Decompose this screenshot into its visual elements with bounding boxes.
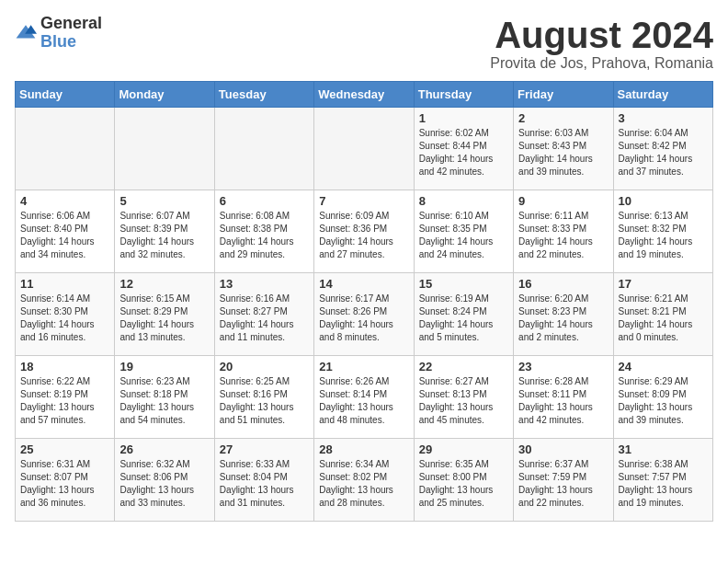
calendar-cell: 29Sunrise: 6:35 AM Sunset: 8:00 PM Dayli… [414,439,513,522]
calendar-cell: 10Sunrise: 6:13 AM Sunset: 8:32 PM Dayli… [613,190,712,273]
calendar-cell: 3Sunrise: 6:04 AM Sunset: 8:42 PM Daylig… [613,108,712,190]
day-number: 20 [220,360,309,373]
cell-text: Sunrise: 6:34 AM Sunset: 8:02 PM Dayligh… [319,458,408,510]
day-number: 2 [518,111,608,125]
calendar-cell: 26Sunrise: 6:32 AM Sunset: 8:06 PM Dayli… [115,439,214,522]
cell-text: Sunrise: 6:32 AM Sunset: 8:06 PM Dayligh… [119,458,209,510]
logo: General Blue [15,15,102,52]
calendar-cell: 30Sunrise: 6:37 AM Sunset: 7:59 PM Dayli… [514,439,613,522]
cell-text: Sunrise: 6:14 AM Sunset: 8:30 PM Dayligh… [20,293,109,344]
calendar-week-1: 1Sunrise: 6:02 AM Sunset: 8:44 PM Daylig… [16,108,713,190]
cell-text: Sunrise: 6:13 AM Sunset: 8:32 PM Dayligh… [619,210,708,261]
logo-general: General [40,15,102,33]
day-number: 30 [518,442,608,456]
logo-blue: Blue [40,33,102,52]
cell-text: Sunrise: 6:11 AM Sunset: 8:33 PM Dayligh… [518,210,608,261]
day-number: 18 [20,360,109,373]
calendar-cell: 4Sunrise: 6:06 AM Sunset: 8:40 PM Daylig… [16,190,115,273]
cell-text: Sunrise: 6:38 AM Sunset: 7:57 PM Dayligh… [619,458,708,510]
day-number: 12 [119,277,209,291]
calendar-dow-wednesday: Wednesday [314,82,414,108]
day-number: 6 [220,194,309,208]
location: Provita de Jos, Prahova, Romania [490,55,713,72]
day-number: 29 [419,442,508,456]
calendar-cell: 25Sunrise: 6:31 AM Sunset: 8:07 PM Dayli… [16,439,115,522]
day-number: 17 [619,277,708,291]
calendar-cell: 8Sunrise: 6:10 AM Sunset: 8:35 PM Daylig… [414,190,513,273]
calendar-cell: 2Sunrise: 6:03 AM Sunset: 8:43 PM Daylig… [514,108,613,190]
cell-text: Sunrise: 6:27 AM Sunset: 8:13 PM Dayligh… [419,375,508,427]
cell-text: Sunrise: 6:04 AM Sunset: 8:42 PM Dayligh… [619,127,708,178]
day-number: 24 [619,360,708,373]
calendar-dow-thursday: Thursday [414,82,513,108]
calendar-cell: 15Sunrise: 6:19 AM Sunset: 8:24 PM Dayli… [414,273,513,356]
calendar-cell: 27Sunrise: 6:33 AM Sunset: 8:04 PM Dayli… [214,439,313,522]
calendar-week-2: 4Sunrise: 6:06 AM Sunset: 8:40 PM Daylig… [16,190,713,273]
cell-text: Sunrise: 6:25 AM Sunset: 8:16 PM Dayligh… [220,375,309,427]
calendar-cell: 31Sunrise: 6:38 AM Sunset: 7:57 PM Dayli… [613,439,712,522]
calendar-cell: 7Sunrise: 6:09 AM Sunset: 8:36 PM Daylig… [314,190,414,273]
day-number: 15 [419,277,508,291]
day-number: 25 [20,442,109,456]
calendar-table: SundayMondayTuesdayWednesdayThursdayFrid… [15,81,713,522]
cell-text: Sunrise: 6:03 AM Sunset: 8:43 PM Dayligh… [518,127,608,178]
calendar-cell: 17Sunrise: 6:21 AM Sunset: 8:21 PM Dayli… [613,273,712,356]
cell-text: Sunrise: 6:19 AM Sunset: 8:24 PM Dayligh… [419,293,508,344]
day-number: 13 [220,277,309,291]
day-number: 27 [220,442,309,456]
day-number: 10 [619,194,708,208]
day-number: 3 [619,111,708,125]
day-number: 28 [319,442,408,456]
day-number: 22 [419,360,508,373]
day-number: 5 [119,194,209,208]
calendar-dow-sunday: Sunday [16,82,115,108]
calendar-cell [214,108,313,190]
calendar-cell: 24Sunrise: 6:29 AM Sunset: 8:09 PM Dayli… [613,356,712,439]
cell-text: Sunrise: 6:28 AM Sunset: 8:11 PM Dayligh… [518,375,608,427]
title-block: August 2024 Provita de Jos, Prahova, Rom… [490,15,713,72]
day-number: 23 [518,360,608,373]
calendar-cell: 6Sunrise: 6:08 AM Sunset: 8:38 PM Daylig… [214,190,313,273]
calendar-cell: 28Sunrise: 6:34 AM Sunset: 8:02 PM Dayli… [314,439,414,522]
cell-text: Sunrise: 6:20 AM Sunset: 8:23 PM Dayligh… [518,293,608,344]
day-number: 26 [119,442,209,456]
calendar-cell: 12Sunrise: 6:15 AM Sunset: 8:29 PM Dayli… [115,273,214,356]
calendar-cell: 1Sunrise: 6:02 AM Sunset: 8:44 PM Daylig… [414,108,513,190]
cell-text: Sunrise: 6:37 AM Sunset: 7:59 PM Dayligh… [518,458,608,510]
day-number: 19 [119,360,209,373]
page-header: General Blue August 2024 Provita de Jos,… [15,15,713,72]
cell-text: Sunrise: 6:09 AM Sunset: 8:36 PM Dayligh… [319,210,408,261]
day-number: 14 [319,277,408,291]
calendar-cell: 18Sunrise: 6:22 AM Sunset: 8:19 PM Dayli… [16,356,115,439]
cell-text: Sunrise: 6:35 AM Sunset: 8:00 PM Dayligh… [419,458,508,510]
day-number: 4 [20,194,109,208]
calendar-cell [16,108,115,190]
cell-text: Sunrise: 6:23 AM Sunset: 8:18 PM Dayligh… [119,375,209,427]
cell-text: Sunrise: 6:02 AM Sunset: 8:44 PM Dayligh… [419,127,508,178]
cell-text: Sunrise: 6:06 AM Sunset: 8:40 PM Dayligh… [20,210,109,261]
calendar-cell: 21Sunrise: 6:26 AM Sunset: 8:14 PM Dayli… [314,356,414,439]
cell-text: Sunrise: 6:22 AM Sunset: 8:19 PM Dayligh… [20,375,109,427]
day-number: 11 [20,277,109,291]
cell-text: Sunrise: 6:08 AM Sunset: 8:38 PM Dayligh… [220,210,309,261]
calendar-week-3: 11Sunrise: 6:14 AM Sunset: 8:30 PM Dayli… [16,273,713,356]
calendar-cell: 14Sunrise: 6:17 AM Sunset: 8:26 PM Dayli… [314,273,414,356]
cell-text: Sunrise: 6:16 AM Sunset: 8:27 PM Dayligh… [220,293,309,344]
calendar-cell [115,108,214,190]
day-number: 21 [319,360,408,373]
calendar-header-row: SundayMondayTuesdayWednesdayThursdayFrid… [16,82,713,108]
calendar-cell: 16Sunrise: 6:20 AM Sunset: 8:23 PM Dayli… [514,273,613,356]
cell-text: Sunrise: 6:17 AM Sunset: 8:26 PM Dayligh… [319,293,408,344]
cell-text: Sunrise: 6:26 AM Sunset: 8:14 PM Dayligh… [319,375,408,427]
cell-text: Sunrise: 6:07 AM Sunset: 8:39 PM Dayligh… [119,210,209,261]
calendar-cell [314,108,414,190]
calendar-cell: 23Sunrise: 6:28 AM Sunset: 8:11 PM Dayli… [514,356,613,439]
calendar-cell: 22Sunrise: 6:27 AM Sunset: 8:13 PM Dayli… [414,356,513,439]
cell-text: Sunrise: 6:29 AM Sunset: 8:09 PM Dayligh… [619,375,708,427]
calendar-dow-friday: Friday [514,82,613,108]
calendar-dow-tuesday: Tuesday [214,82,313,108]
cell-text: Sunrise: 6:15 AM Sunset: 8:29 PM Dayligh… [119,293,209,344]
logo-text: General Blue [40,15,102,52]
cell-text: Sunrise: 6:33 AM Sunset: 8:04 PM Dayligh… [220,458,309,510]
day-number: 16 [518,277,608,291]
